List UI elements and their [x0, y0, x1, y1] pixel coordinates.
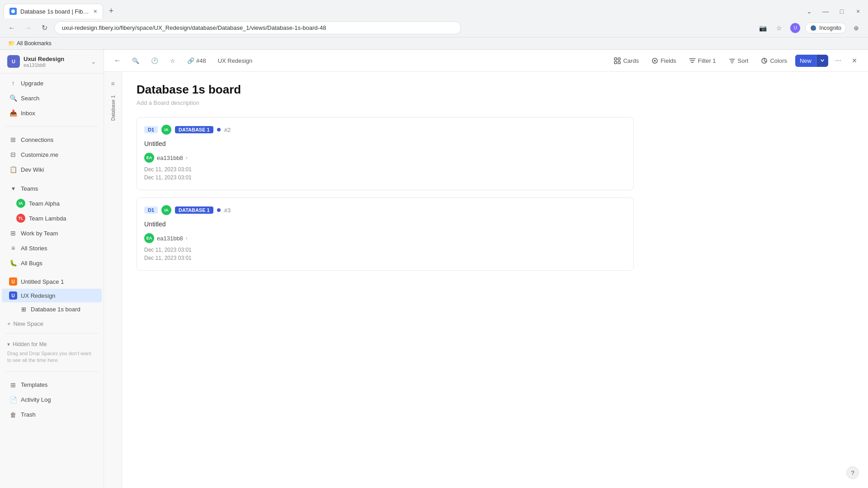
- sidebar-item-label-ux-redesign: UX Redesign: [21, 292, 56, 299]
- sidebar-item-upgrade[interactable]: ↑ Upgrade: [2, 76, 102, 90]
- card-2-chevron-icon[interactable]: ›: [186, 235, 188, 241]
- connections-icon: ⊞: [9, 136, 17, 144]
- bookmarks-bar-item[interactable]: 📁 All Bookmarks: [5, 39, 54, 47]
- new-space-button[interactable]: + New Space: [0, 318, 104, 330]
- bookmark-star-icon[interactable]: ☆: [773, 22, 785, 34]
- profile-icon[interactable]: U: [789, 22, 802, 34]
- team-lambda-avatar: TL: [16, 214, 25, 223]
- colors-label: Colors: [770, 57, 787, 64]
- sidebar-item-all-stories[interactable]: ≡ All Stories: [2, 241, 102, 255]
- back-button[interactable]: ←: [111, 54, 124, 67]
- sidebar-item-label-untitled-space1: Untitled Space 1: [21, 278, 64, 285]
- sidebar-item-teams[interactable]: ▾ Teams: [2, 181, 102, 196]
- camera-icon[interactable]: 📷: [756, 22, 769, 34]
- maximize-button[interactable]: □: [835, 5, 848, 18]
- sidebar-item-team-alpha[interactable]: IA Team Alpha: [2, 196, 102, 211]
- card-2-date2: Dec 11, 2023 03:01: [144, 255, 626, 261]
- card-2-user-name: ea131bb8: [157, 235, 183, 242]
- close-button[interactable]: ×: [848, 54, 861, 67]
- sidebar-item-label-teams: Teams: [21, 185, 94, 192]
- colors-button[interactable]: Colors: [756, 55, 792, 66]
- sidebar-item-customize[interactable]: ⊟ Customize.me: [2, 147, 102, 162]
- browser-tab[interactable]: Database 1s board | Fibery ×: [4, 4, 103, 19]
- sidebar-item-trash[interactable]: 🗑 Trash: [2, 408, 102, 422]
- search-toolbar-icon: 🔍: [132, 57, 139, 64]
- tab-close-icon[interactable]: ×: [94, 8, 97, 15]
- new-button[interactable]: New: [795, 55, 816, 67]
- sidebar-item-label-templates: Templates: [21, 381, 94, 388]
- workspace-name: Uxui Redesign: [24, 56, 64, 62]
- more-options-button[interactable]: ···: [832, 54, 844, 67]
- filter-label: Filter 1: [698, 57, 716, 64]
- card-1-user: EA ea131bb8 ›: [144, 153, 626, 163]
- new-tab-button[interactable]: +: [105, 5, 118, 18]
- reload-button[interactable]: ↻: [38, 22, 51, 34]
- breadcrumb-label: UX Redesign: [218, 57, 253, 64]
- back-nav-button[interactable]: ←: [5, 22, 18, 34]
- cards-icon: [614, 57, 621, 64]
- history-button[interactable]: 🕐: [146, 55, 163, 66]
- hidden-title[interactable]: ▾ Hidden for Me: [7, 341, 96, 347]
- sidebar-item-devwiki[interactable]: 📋 Dev Wiki: [2, 162, 102, 177]
- templates-icon: ⊞: [9, 381, 17, 389]
- link-button[interactable]: 🔗 #48: [183, 55, 211, 66]
- search-toolbar-button[interactable]: 🔍: [127, 55, 144, 66]
- top-toolbar: ← 🔍 🕐 ☆ 🔗 #48 UX Redesign: [104, 50, 868, 72]
- breadcrumb-link[interactable]: UX Redesign: [213, 55, 257, 66]
- sidebar-item-inbox[interactable]: 📥 Inbox: [2, 106, 102, 120]
- sidebar-item-work-by-team[interactable]: ⊞ Work by Team: [2, 226, 102, 240]
- tab-list-button[interactable]: ⌄: [803, 5, 816, 18]
- sidebar-item-connections[interactable]: ⊞ Connections: [2, 132, 102, 147]
- link-count: #48: [196, 57, 206, 64]
- sidebar-item-templates[interactable]: ⊞ Templates: [2, 378, 102, 392]
- incognito-badge: 👤 Incognito: [805, 23, 846, 33]
- workspace-header: U Uxui Redesign ea131bb8 ⌄: [0, 50, 104, 74]
- window-close-button[interactable]: ×: [852, 5, 864, 18]
- star-button[interactable]: ☆: [165, 55, 180, 66]
- minimize-button[interactable]: —: [819, 5, 832, 18]
- mini-menu-icon[interactable]: ≡: [107, 77, 119, 90]
- filter-button[interactable]: Filter 1: [684, 55, 721, 66]
- card-1-date1: Dec 11, 2023 03:01: [144, 166, 626, 173]
- address-bar[interactable]: [54, 21, 461, 34]
- svg-rect-5: [614, 61, 617, 64]
- help-button[interactable]: ?: [846, 466, 859, 479]
- card-2-title[interactable]: Untitled: [144, 221, 626, 228]
- new-button-caret[interactable]: [816, 55, 828, 67]
- card-1-title[interactable]: Untitled: [144, 140, 626, 147]
- sidebar-item-activity-log[interactable]: 📄 Activity Log: [2, 393, 102, 407]
- card-2-date1: Dec 11, 2023 03:01: [144, 247, 626, 253]
- tab-favicon: [9, 8, 17, 15]
- cards-button[interactable]: Cards: [609, 55, 643, 66]
- sidebar-item-team-lambda[interactable]: TL Team Lambda: [2, 211, 102, 225]
- forward-nav-button[interactable]: →: [22, 22, 34, 34]
- new-space-label: New Space: [14, 320, 43, 327]
- sidebar-item-label-activity-log: Activity Log: [21, 396, 94, 403]
- svg-rect-6: [618, 61, 620, 64]
- sidebar-mini: ≡ Database 1: [104, 72, 122, 488]
- sidebar-item-label-inbox: Inbox: [21, 110, 94, 117]
- card-1-chevron-icon[interactable]: ›: [186, 155, 188, 161]
- mini-label: Database 1: [110, 95, 116, 121]
- workspace-avatar: U: [7, 55, 20, 68]
- sidebar-item-all-bugs[interactable]: 🐛 All Bugs: [2, 256, 102, 270]
- page-description[interactable]: Add a Board description: [137, 99, 854, 106]
- fields-button[interactable]: Fields: [647, 55, 681, 66]
- sidebar-item-database-1s-board[interactable]: ⊞ Database 1s board: [2, 303, 102, 315]
- workspace-chevron-icon[interactable]: ⌄: [91, 58, 96, 65]
- page-area: ≡ Database 1 Database 1s board Add a Boa…: [104, 72, 868, 488]
- extensions-icon[interactable]: ⊕: [850, 22, 863, 34]
- star-icon: ☆: [170, 57, 175, 64]
- sidebar-item-label-trash: Trash: [21, 411, 94, 418]
- sort-label: Sort: [738, 57, 749, 64]
- ux-redesign-icon: U: [9, 291, 17, 300]
- sidebar-item-ux-redesign[interactable]: U UX Redesign: [2, 289, 102, 302]
- card-2-tag-database: DATABASE 1: [175, 206, 213, 214]
- sidebar-item-untitled-space1[interactable]: U Untitled Space 1: [2, 275, 102, 288]
- sort-button[interactable]: Sort: [724, 55, 753, 66]
- card-1: D1 IA DATABASE 1 #2 Untitled EA ea131bb8…: [137, 117, 634, 190]
- sidebar-item-search[interactable]: 🔍 Search: [2, 91, 102, 105]
- plus-icon: +: [7, 320, 11, 327]
- sidebar-item-label-all-bugs: All Bugs: [21, 260, 94, 267]
- sidebar-item-label-search: Search: [21, 95, 94, 102]
